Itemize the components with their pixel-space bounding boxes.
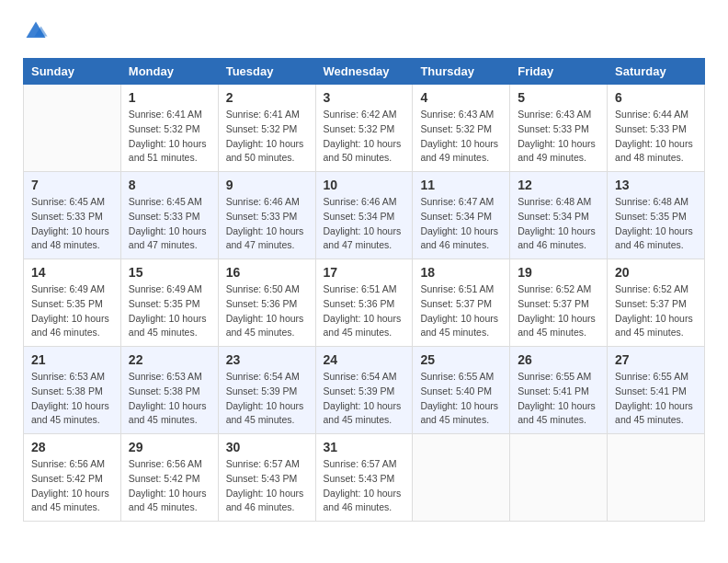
calendar-cell: 19Sunrise: 6:52 AM Sunset: 5:37 PM Dayli… xyxy=(510,259,608,347)
calendar-cell: 27Sunrise: 6:55 AM Sunset: 5:41 PM Dayli… xyxy=(608,347,705,434)
day-info: Sunrise: 6:49 AM Sunset: 5:35 PM Dayligh… xyxy=(31,282,113,340)
calendar-header-wednesday: Wednesday xyxy=(315,59,413,85)
day-number: 2 xyxy=(226,90,308,105)
day-number: 15 xyxy=(129,265,210,280)
day-info: Sunrise: 6:51 AM Sunset: 5:37 PM Dayligh… xyxy=(420,282,502,340)
day-number: 5 xyxy=(518,90,599,105)
calendar-cell: 20Sunrise: 6:52 AM Sunset: 5:37 PM Dayli… xyxy=(608,259,705,347)
calendar-table: SundayMondayTuesdayWednesdayThursdayFrid… xyxy=(23,58,705,522)
day-number: 9 xyxy=(226,178,308,192)
calendar-cell: 10Sunrise: 6:46 AM Sunset: 5:34 PM Dayli… xyxy=(315,172,413,259)
day-info: Sunrise: 6:56 AM Sunset: 5:42 PM Dayligh… xyxy=(31,457,113,515)
day-info: Sunrise: 6:45 AM Sunset: 5:33 PM Dayligh… xyxy=(31,195,113,253)
calendar-header-saturday: Saturday xyxy=(608,59,705,85)
day-number: 1 xyxy=(129,90,210,105)
day-info: Sunrise: 6:43 AM Sunset: 5:33 PM Dayligh… xyxy=(518,108,599,166)
calendar-cell: 16Sunrise: 6:50 AM Sunset: 5:36 PM Dayli… xyxy=(218,259,315,347)
calendar-header-thursday: Thursday xyxy=(413,59,510,85)
calendar-cell: 6Sunrise: 6:44 AM Sunset: 5:33 PM Daylig… xyxy=(608,85,705,172)
day-number: 22 xyxy=(129,352,210,367)
logo xyxy=(23,18,54,44)
day-info: Sunrise: 6:49 AM Sunset: 5:35 PM Dayligh… xyxy=(129,282,210,340)
day-info: Sunrise: 6:54 AM Sunset: 5:39 PM Dayligh… xyxy=(324,370,405,428)
day-info: Sunrise: 6:55 AM Sunset: 5:40 PM Dayligh… xyxy=(420,370,502,428)
calendar-cell xyxy=(510,434,608,522)
day-info: Sunrise: 6:53 AM Sunset: 5:38 PM Dayligh… xyxy=(129,370,210,428)
calendar-cell: 24Sunrise: 6:54 AM Sunset: 5:39 PM Dayli… xyxy=(315,347,413,434)
calendar-cell: 25Sunrise: 6:55 AM Sunset: 5:40 PM Dayli… xyxy=(413,347,510,434)
day-number: 30 xyxy=(226,440,308,454)
day-number: 10 xyxy=(324,178,405,192)
calendar-cell: 12Sunrise: 6:48 AM Sunset: 5:34 PM Dayli… xyxy=(510,172,608,259)
calendar-row-week-3: 14Sunrise: 6:49 AM Sunset: 5:35 PM Dayli… xyxy=(24,259,705,347)
day-number: 17 xyxy=(324,265,405,280)
day-number: 21 xyxy=(31,352,113,367)
calendar-cell: 29Sunrise: 6:56 AM Sunset: 5:42 PM Dayli… xyxy=(120,434,218,522)
day-number: 28 xyxy=(31,440,113,454)
calendar-cell: 17Sunrise: 6:51 AM Sunset: 5:36 PM Dayli… xyxy=(315,259,413,347)
day-number: 31 xyxy=(324,440,405,454)
calendar-cell: 1Sunrise: 6:41 AM Sunset: 5:32 PM Daylig… xyxy=(120,85,218,172)
calendar-header-row: SundayMondayTuesdayWednesdayThursdayFrid… xyxy=(24,59,705,85)
day-info: Sunrise: 6:56 AM Sunset: 5:42 PM Dayligh… xyxy=(129,457,210,515)
day-number: 20 xyxy=(615,265,697,280)
day-number: 14 xyxy=(31,265,113,280)
day-number: 16 xyxy=(226,265,308,280)
day-number: 6 xyxy=(615,90,697,105)
day-info: Sunrise: 6:46 AM Sunset: 5:33 PM Dayligh… xyxy=(226,195,308,253)
day-number: 25 xyxy=(420,352,502,367)
calendar-cell: 22Sunrise: 6:53 AM Sunset: 5:38 PM Dayli… xyxy=(120,347,218,434)
calendar-row-week-4: 21Sunrise: 6:53 AM Sunset: 5:38 PM Dayli… xyxy=(24,347,705,434)
day-info: Sunrise: 6:41 AM Sunset: 5:32 PM Dayligh… xyxy=(226,108,308,166)
day-number: 24 xyxy=(324,352,405,367)
calendar-row-week-2: 7Sunrise: 6:45 AM Sunset: 5:33 PM Daylig… xyxy=(24,172,705,259)
day-info: Sunrise: 6:45 AM Sunset: 5:33 PM Dayligh… xyxy=(129,195,210,253)
day-info: Sunrise: 6:55 AM Sunset: 5:41 PM Dayligh… xyxy=(518,370,599,428)
calendar-cell: 14Sunrise: 6:49 AM Sunset: 5:35 PM Dayli… xyxy=(24,259,121,347)
calendar-cell: 3Sunrise: 6:42 AM Sunset: 5:32 PM Daylig… xyxy=(315,85,413,172)
day-number: 12 xyxy=(518,178,599,192)
calendar-cell xyxy=(24,85,121,172)
day-number: 29 xyxy=(129,440,210,454)
day-number: 11 xyxy=(420,178,502,192)
day-number: 26 xyxy=(518,352,599,367)
calendar-cell: 21Sunrise: 6:53 AM Sunset: 5:38 PM Dayli… xyxy=(24,347,121,434)
day-info: Sunrise: 6:57 AM Sunset: 5:43 PM Dayligh… xyxy=(226,457,308,515)
calendar-header-monday: Monday xyxy=(120,59,218,85)
day-info: Sunrise: 6:42 AM Sunset: 5:32 PM Dayligh… xyxy=(324,108,405,166)
calendar-cell: 2Sunrise: 6:41 AM Sunset: 5:32 PM Daylig… xyxy=(218,85,315,172)
calendar-cell: 15Sunrise: 6:49 AM Sunset: 5:35 PM Dayli… xyxy=(120,259,218,347)
calendar-cell xyxy=(608,434,705,522)
calendar-row-week-5: 28Sunrise: 6:56 AM Sunset: 5:42 PM Dayli… xyxy=(24,434,705,522)
day-info: Sunrise: 6:43 AM Sunset: 5:32 PM Dayligh… xyxy=(420,108,502,166)
page-header xyxy=(23,18,705,44)
day-number: 8 xyxy=(129,178,210,192)
calendar-cell: 31Sunrise: 6:57 AM Sunset: 5:43 PM Dayli… xyxy=(315,434,413,522)
calendar-cell: 4Sunrise: 6:43 AM Sunset: 5:32 PM Daylig… xyxy=(413,85,510,172)
day-info: Sunrise: 6:47 AM Sunset: 5:34 PM Dayligh… xyxy=(420,195,502,253)
day-number: 3 xyxy=(324,90,405,105)
calendar-cell: 18Sunrise: 6:51 AM Sunset: 5:37 PM Dayli… xyxy=(413,259,510,347)
calendar-header-tuesday: Tuesday xyxy=(218,59,315,85)
calendar-cell: 26Sunrise: 6:55 AM Sunset: 5:41 PM Dayli… xyxy=(510,347,608,434)
day-info: Sunrise: 6:44 AM Sunset: 5:33 PM Dayligh… xyxy=(615,108,697,166)
calendar-cell xyxy=(413,434,510,522)
day-info: Sunrise: 6:41 AM Sunset: 5:32 PM Dayligh… xyxy=(129,108,210,166)
calendar-cell: 7Sunrise: 6:45 AM Sunset: 5:33 PM Daylig… xyxy=(24,172,121,259)
day-number: 13 xyxy=(615,178,697,192)
day-info: Sunrise: 6:57 AM Sunset: 5:43 PM Dayligh… xyxy=(324,457,405,515)
day-info: Sunrise: 6:54 AM Sunset: 5:39 PM Dayligh… xyxy=(226,370,308,428)
day-number: 27 xyxy=(615,352,697,367)
day-number: 7 xyxy=(31,178,113,192)
day-info: Sunrise: 6:55 AM Sunset: 5:41 PM Dayligh… xyxy=(615,370,697,428)
calendar-cell: 8Sunrise: 6:45 AM Sunset: 5:33 PM Daylig… xyxy=(120,172,218,259)
day-info: Sunrise: 6:48 AM Sunset: 5:34 PM Dayligh… xyxy=(518,195,599,253)
calendar-cell: 5Sunrise: 6:43 AM Sunset: 5:33 PM Daylig… xyxy=(510,85,608,172)
calendar-cell: 13Sunrise: 6:48 AM Sunset: 5:35 PM Dayli… xyxy=(608,172,705,259)
calendar-header-friday: Friday xyxy=(510,59,608,85)
day-number: 23 xyxy=(226,352,308,367)
day-info: Sunrise: 6:46 AM Sunset: 5:34 PM Dayligh… xyxy=(324,195,405,253)
day-info: Sunrise: 6:51 AM Sunset: 5:36 PM Dayligh… xyxy=(324,282,405,340)
day-number: 18 xyxy=(420,265,502,280)
day-info: Sunrise: 6:48 AM Sunset: 5:35 PM Dayligh… xyxy=(615,195,697,253)
